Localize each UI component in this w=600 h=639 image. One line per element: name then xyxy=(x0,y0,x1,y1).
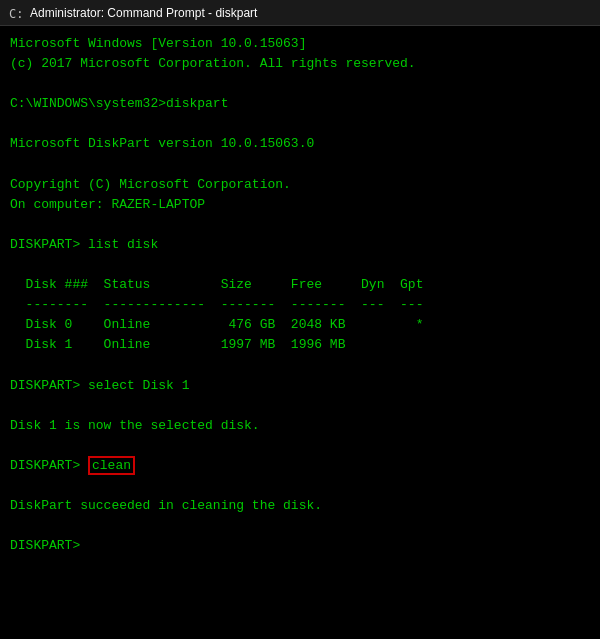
blank-line-9 xyxy=(10,476,590,496)
line-diskpart-version: Microsoft DiskPart version 10.0.15063.0 xyxy=(10,134,590,154)
line-disk-selected: Disk 1 is now the selected disk. xyxy=(10,416,590,436)
blank-line-1 xyxy=(10,74,590,94)
line-win-version: Microsoft Windows [Version 10.0.15063] xyxy=(10,34,590,54)
svg-text:C:: C: xyxy=(9,7,23,21)
blank-line-8 xyxy=(10,436,590,456)
line-copyright: (c) 2017 Microsoft Corporation. All righ… xyxy=(10,54,590,74)
line-list-disk-cmd: DISKPART> list disk xyxy=(10,235,590,255)
line-final-prompt: DISKPART> xyxy=(10,536,590,556)
line-diskpart-cmd: C:\WINDOWS\system32>diskpart xyxy=(10,94,590,114)
cmd-icon: C: xyxy=(8,5,24,21)
clean-command-highlight: clean xyxy=(88,456,135,475)
window-container: C: Administrator: Command Prompt - diskp… xyxy=(0,0,600,639)
title-bar-text: Administrator: Command Prompt - diskpart xyxy=(30,6,592,20)
line-table-sep: -------- ------------- ------- ------- -… xyxy=(10,295,590,315)
title-bar: C: Administrator: Command Prompt - diskp… xyxy=(0,0,600,26)
blank-line-3 xyxy=(10,155,590,175)
blank-line-5 xyxy=(10,255,590,275)
blank-line-2 xyxy=(10,114,590,134)
line-clean-success: DiskPart succeeded in cleaning the disk. xyxy=(10,496,590,516)
blank-line-7 xyxy=(10,396,590,416)
line-computer-name: On computer: RAZER-LAPTOP xyxy=(10,195,590,215)
blank-line-4 xyxy=(10,215,590,235)
line-disk1: Disk 1 Online 1997 MB 1996 MB xyxy=(10,335,590,355)
line-select-disk: DISKPART> select Disk 1 xyxy=(10,376,590,396)
diskpart-prompt: DISKPART> xyxy=(10,458,88,473)
line-disk0: Disk 0 Online 476 GB 2048 KB * xyxy=(10,315,590,335)
terminal-body: Microsoft Windows [Version 10.0.15063] (… xyxy=(0,26,600,639)
line-ms-corp: Copyright (C) Microsoft Corporation. xyxy=(10,175,590,195)
blank-line-10 xyxy=(10,516,590,536)
line-table-header: Disk ### Status Size Free Dyn Gpt xyxy=(10,275,590,295)
line-clean-cmd: DISKPART> clean xyxy=(10,456,590,476)
blank-line-6 xyxy=(10,356,590,376)
